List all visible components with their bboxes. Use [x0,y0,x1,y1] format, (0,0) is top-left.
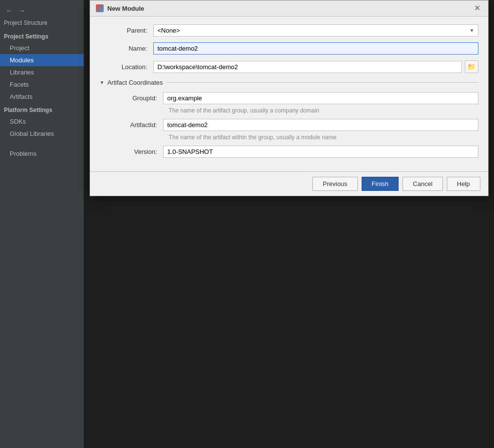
version-input[interactable] [163,146,478,158]
version-row: Version: [110,146,478,158]
parent-control: <None> ▼ [153,24,478,37]
version-label: Version: [110,148,163,155]
dialog-overlay: New Module ✕ Parent: <None> ▼ [84,0,494,448]
main-content: New Module ✕ Parent: <None> ▼ [84,0,494,448]
artifactid-label: ArtifactId: [110,121,163,129]
name-input[interactable] [153,42,478,55]
name-row: Name: [100,42,478,55]
dialog-titlebar: New Module ✕ [90,0,488,17]
location-control: 📁 [153,60,478,73]
artifactid-row: ArtifactId: [110,119,478,131]
location-row: Location: 📁 [100,60,478,73]
sidebar-item-facets[interactable]: Facets [0,78,84,91]
previous-button[interactable]: Previous [312,177,358,191]
name-label: Name: [100,45,153,52]
platform-settings-section: Platform Settings [0,103,84,115]
section-divider [166,82,478,83]
dialog-close-button[interactable]: ✕ [472,4,482,12]
parent-row: Parent: <None> ▼ [100,24,478,37]
folder-icon: 📁 [467,63,476,71]
sidebar-item-global-libraries[interactable]: Global Libraries [0,128,84,140]
forward-button[interactable]: → [17,6,27,16]
sidebar-item-sdks[interactable]: SDKs [0,115,84,128]
location-label: Location: [100,63,153,71]
dialog-icon [96,4,104,12]
back-button[interactable]: ← [4,6,15,16]
sidebar-item-modules[interactable]: Modules [0,54,84,66]
groupid-control [163,92,478,104]
sidebar-item-project[interactable]: Project [0,42,84,54]
groupid-row: GroupId: [110,92,478,104]
groupid-input[interactable] [163,92,478,104]
artifactid-hint: The name of the artifact within the grou… [169,134,478,141]
location-input[interactable] [153,61,462,73]
artifact-coordinates-title: Artifact Coordinates [107,79,163,86]
collapse-icon[interactable]: ▼ [100,80,105,85]
browse-button[interactable]: 📁 [465,60,478,73]
artifact-coordinates-body: GroupId: The name of the artifact group,… [100,92,478,158]
sidebar-item-libraries[interactable]: Libraries [0,66,84,78]
dialog-title: New Module [108,5,468,12]
app-title: Project Structure [0,19,84,29]
sidebar: ← → Project Structure Project Settings P… [0,0,84,448]
cancel-button[interactable]: Cancel [403,177,442,191]
project-settings-section: Project Settings [0,29,84,42]
parent-select[interactable]: <None> [153,24,478,37]
finish-button[interactable]: Finish [362,177,399,191]
dialog-body: Parent: <None> ▼ Name: [90,17,488,171]
parent-label: Parent: [100,27,153,34]
version-control [163,146,478,158]
help-button[interactable]: Help [447,177,480,191]
artifact-coordinates-section-header: ▼ Artifact Coordinates [100,79,478,86]
new-module-dialog: New Module ✕ Parent: <None> ▼ [90,0,489,196]
name-control [153,42,478,55]
artifactid-control [163,119,478,131]
parent-select-wrapper: <None> ▼ [153,24,478,37]
groupid-hint: The name of the artifact group, usually … [169,107,478,114]
sidebar-item-artifacts[interactable]: Artifacts [0,91,84,103]
artifactid-input[interactable] [163,119,478,131]
groupid-label: GroupId: [110,94,163,102]
sidebar-item-problems[interactable]: Problems [0,148,84,160]
dialog-footer: Previous Finish Cancel Help [90,171,488,196]
sidebar-nav: ← → [0,4,84,19]
